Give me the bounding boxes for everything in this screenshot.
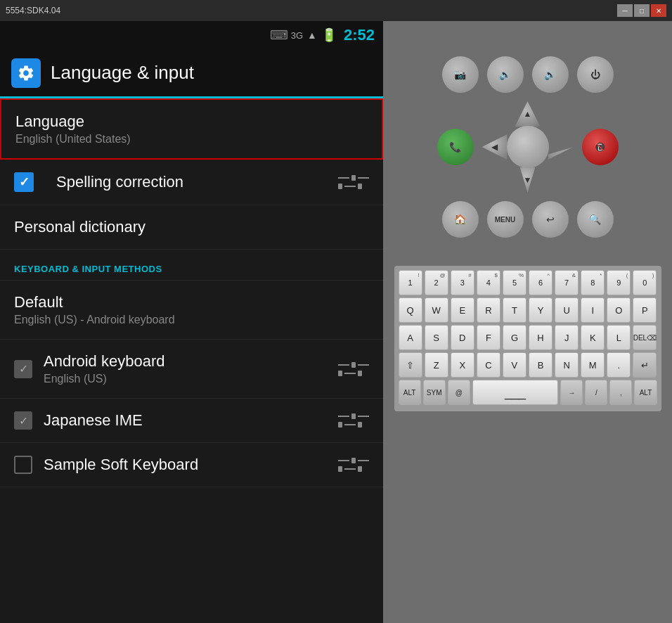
default-item[interactable]: Default English (US) - Android keyboard [0,281,383,340]
key-w[interactable]: W [425,297,448,323]
power-button[interactable]: ⏻ [577,56,614,93]
menu-button[interactable]: MENU [487,201,524,238]
android-keyboard-item[interactable]: Android keyboard English (US) [0,340,383,399]
key-d[interactable]: D [451,325,474,350]
key-j[interactable]: J [555,325,579,350]
key-alt-left[interactable]: ALT [399,380,421,405]
key-v[interactable]: V [503,352,526,378]
key-alt-right[interactable]: ALT [634,380,657,405]
default-subtitle: English (US) - Android keyboard [14,314,369,326]
android-keyboard-adjust-icon[interactable] [338,362,369,376]
key-r[interactable]: R [477,297,500,323]
key-l[interactable]: L [607,325,631,350]
key-enter[interactable]: ↵ [633,352,657,378]
controller: 📷 🔉 🔊 ⏻ 📞 ▲ ◀ ▶ ▼ 📵 🏠 [437,56,619,238]
key-h[interactable]: H [529,325,553,350]
spelling-correction-item[interactable]: Spelling correction [0,160,383,205]
key-shift[interactable]: ⇧ [399,352,422,378]
key-m[interactable]: M [581,352,605,378]
sk-slider-1 [338,458,369,463]
virtual-keyboard: !1 @2 #3 $4 %5 ^6 &7 *8 (9 )0 Q W E R T … [394,266,661,411]
key-4[interactable]: $4 [477,270,500,295]
signal-text: 3G [291,30,303,41]
key-k[interactable]: K [581,325,605,350]
keyboard-status-icon: ⌨ [270,27,288,43]
key-3[interactable]: #3 [451,270,474,295]
default-text-block: Default English (US) - Android keyboard [14,293,369,326]
key-9[interactable]: (9 [607,270,631,295]
key-g[interactable]: G [503,325,526,350]
key-e[interactable]: E [451,297,474,323]
key-at[interactable]: @ [448,380,470,405]
dpad-down-button[interactable]: ▼ [515,167,541,193]
sample-keyboard-block: Sample Soft Keyboard [44,456,327,474]
sample-keyboard-checkbox[interactable] [14,456,32,474]
personal-dictionary-item[interactable]: Personal dictionary [0,205,383,250]
key-slash[interactable]: / [585,380,607,405]
japanese-ime-checkbox[interactable] [14,411,32,430]
japanese-ime-block: Japanese IME [44,411,327,430]
key-y[interactable]: Y [529,297,553,323]
key-5[interactable]: %5 [503,270,526,295]
volume-down-button[interactable]: 🔉 [487,56,524,93]
key-7[interactable]: &7 [555,270,579,295]
key-o[interactable]: O [607,297,631,323]
key-arrow[interactable]: → [560,380,583,405]
key-b[interactable]: B [529,352,553,378]
language-setting-item[interactable]: Language English (United States) [0,98,383,160]
key-s[interactable]: S [425,325,448,350]
back-button[interactable]: ↩ [532,201,569,238]
japanese-ime-adjust-icon[interactable] [338,413,369,428]
camera-button[interactable]: 📷 [442,56,479,93]
key-comma[interactable]: , [609,380,632,405]
call-button[interactable]: 📞 [437,129,474,165]
key-f[interactable]: F [477,325,500,350]
key-p[interactable]: P [633,297,657,323]
key-period[interactable]: . [607,352,631,378]
spelling-adjust-icon[interactable] [338,175,369,189]
keyboard-row-numbers: !1 @2 #3 $4 %5 ^6 &7 *8 (9 )0 [399,270,657,295]
status-bar: ⌨ 3G ▲ 🔋 2:52 [0,21,383,49]
spelling-checkbox[interactable] [14,172,34,192]
key-space[interactable]: ___ [472,380,558,405]
close-button[interactable]: ✕ [651,4,666,17]
sh3 [358,184,362,189]
dpad-left-button[interactable]: ◀ [482,134,508,160]
key-8[interactable]: *8 [581,270,605,295]
maximize-button[interactable]: □ [634,4,650,17]
key-c[interactable]: C [477,352,500,378]
japanese-ime-item[interactable]: Japanese IME [0,399,383,443]
sample-keyboard-adjust-icon[interactable] [338,458,369,472]
end-call-button[interactable]: 📵 [582,129,619,165]
key-6[interactable]: ^6 [529,270,553,295]
sl1 [338,177,349,179]
keyboard-row-qwerty: Q W E R T Y U I O P [399,297,657,323]
key-del[interactable]: DEL⌫ [633,325,657,350]
sample-soft-keyboard-item[interactable]: Sample Soft Keyboard [0,443,383,487]
ji-slider-1 [338,413,369,419]
key-q[interactable]: Q [399,297,422,323]
key-2[interactable]: @2 [425,270,448,295]
key-t[interactable]: T [503,297,526,323]
volume-up-button[interactable]: 🔊 [532,56,569,93]
minimize-button[interactable]: ─ [617,4,633,17]
android-keyboard-checkbox[interactable] [14,360,32,378]
key-0[interactable]: )0 [633,270,657,295]
key-a[interactable]: A [399,325,422,350]
key-sym[interactable]: SYM [423,380,446,405]
settings-svg [17,64,35,82]
dpad-up-button[interactable]: ▲ [515,101,541,127]
key-n[interactable]: N [555,352,579,378]
key-z[interactable]: Z [425,352,448,378]
key-1[interactable]: !1 [399,270,422,295]
settings-icon [11,58,41,88]
right-panel: 📷 🔉 🔊 ⏻ 📞 ▲ ◀ ▶ ▼ 📵 🏠 [383,21,672,623]
key-u[interactable]: U [555,297,579,323]
dpad-right-button[interactable]: ▶ [548,134,574,160]
key-i[interactable]: I [581,297,605,323]
home-button[interactable]: 🏠 [442,201,479,238]
dpad-center-button[interactable] [507,126,549,168]
key-x[interactable]: X [451,352,474,378]
time-display: 2:52 [344,26,375,44]
search-button[interactable]: 🔍 [577,201,614,238]
